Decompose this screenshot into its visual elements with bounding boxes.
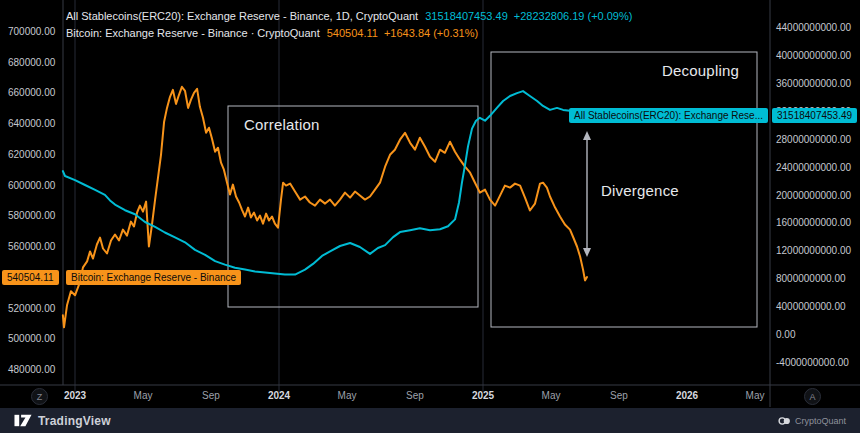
- stablecoin-price-axis-tag: 31518407453.49: [772, 108, 857, 123]
- cryptoquant-watermark-label: CryptoQuant: [795, 416, 846, 426]
- tradingview-brand-label: TradingView: [38, 414, 111, 428]
- right-axis-tick: 12000000000.00: [776, 245, 851, 257]
- left-axis-tick: 660000.00: [8, 87, 55, 99]
- legend-row-stablecoin[interactable]: All Stablecoins(ERC20): Exchange Reserve…: [66, 8, 638, 25]
- left-scale-mode-button[interactable]: Z: [31, 388, 48, 405]
- left-axis-tick: 700000.00: [8, 26, 55, 38]
- time-axis-tick[interactable]: May: [542, 390, 561, 401]
- right-axis-tick: 40000000000.00: [776, 50, 851, 62]
- legend-row-bitcoin[interactable]: Bitcoin: Exchange Reserve - Binance · Cr…: [66, 25, 638, 42]
- right-axis-tick: 0.00: [776, 329, 795, 341]
- correlation-box: [228, 106, 478, 307]
- right-axis-tick: 8000000000.00: [776, 273, 846, 285]
- tradingview-chart-window: All Stablecoins(ERC20): Exchange Reserve…: [0, 0, 860, 433]
- left-axis-tick: 640000.00: [8, 118, 55, 130]
- time-axis-tick[interactable]: May: [134, 390, 153, 401]
- right-axis-tick: 20000000000.00: [776, 190, 851, 202]
- footer-bar: TradingView CryptoQuant: [0, 408, 860, 433]
- time-axis-tick[interactable]: Sep: [202, 390, 220, 401]
- right-axis-tick: 16000000000.00: [776, 217, 851, 229]
- time-axis-tick[interactable]: Sep: [406, 390, 424, 401]
- tradingview-brand[interactable]: TradingView: [14, 414, 111, 428]
- right-axis-tick: 28000000000.00: [776, 134, 851, 146]
- divergence-arrowhead-up: [583, 131, 591, 140]
- bitcoin-price-axis-tag: 540504.11: [2, 270, 59, 285]
- bitcoin-series-name-tag[interactable]: Bitcoin: Exchange Reserve - Binance: [66, 270, 241, 285]
- decoupling-annotation-label[interactable]: Decoupling: [662, 62, 739, 79]
- bitcoin-series-line: [63, 87, 587, 327]
- time-axis-tick[interactable]: May: [338, 390, 357, 401]
- chart-legend: All Stablecoins(ERC20): Exchange Reserve…: [66, 8, 638, 42]
- right-axis-tick: -4000000000.00: [776, 357, 849, 369]
- time-axis-tick[interactable]: Sep: [610, 390, 628, 401]
- time-axis-tick[interactable]: 2024: [268, 390, 290, 401]
- legend-stablecoin-value: 31518407453.49: [425, 10, 508, 22]
- legend-bitcoin-title[interactable]: Bitcoin: Exchange Reserve - Binance · Cr…: [66, 27, 320, 39]
- divergence-annotation-label[interactable]: Divergence: [601, 182, 679, 199]
- correlation-annotation-label[interactable]: Correlation: [244, 116, 320, 133]
- divergence-arrowhead-down: [583, 248, 591, 257]
- right-axis-tick: 4000000000.00: [776, 301, 846, 313]
- left-axis-tick: 620000.00: [8, 149, 55, 161]
- stablecoin-series-name-tag[interactable]: All Stablecoins(ERC20): Exchange Rese...: [569, 108, 768, 123]
- left-axis-tick: 580000.00: [8, 210, 55, 222]
- legend-stablecoin-title[interactable]: All Stablecoins(ERC20): Exchange Reserve…: [66, 10, 418, 22]
- auto-scale-button[interactable]: A: [804, 388, 821, 405]
- right-axis-tick: 24000000000.00: [776, 162, 851, 174]
- left-axis-tick: 520000.00: [8, 303, 55, 315]
- cryptoquant-watermark: CryptoQuant: [778, 416, 846, 426]
- right-axis-tick: 44000000000.00: [776, 22, 851, 34]
- left-axis-tick: 600000.00: [8, 180, 55, 192]
- left-axis-tick: 480000.00: [8, 364, 55, 376]
- cryptoquant-logo-icon: [778, 416, 791, 426]
- time-axis-tick[interactable]: 2023: [64, 390, 86, 401]
- stablecoin-series-line: [63, 91, 587, 275]
- legend-stablecoin-change: +28232806.19 (+0.09%): [514, 10, 633, 22]
- time-axis-tick[interactable]: May: [746, 390, 765, 401]
- time-axis-tick[interactable]: 2026: [676, 390, 698, 401]
- legend-bitcoin-value: 540504.11: [327, 27, 378, 39]
- legend-bitcoin-change: +1643.84 (+0.31%): [384, 27, 478, 39]
- time-axis-tick[interactable]: 2025: [472, 390, 494, 401]
- left-axis-tick: 500000.00: [8, 333, 55, 345]
- left-axis-tick: 680000.00: [8, 57, 55, 69]
- left-axis-tick: 560000.00: [8, 241, 55, 253]
- right-axis-tick: 36000000000.00: [776, 78, 851, 90]
- tradingview-logo-icon: [14, 414, 32, 427]
